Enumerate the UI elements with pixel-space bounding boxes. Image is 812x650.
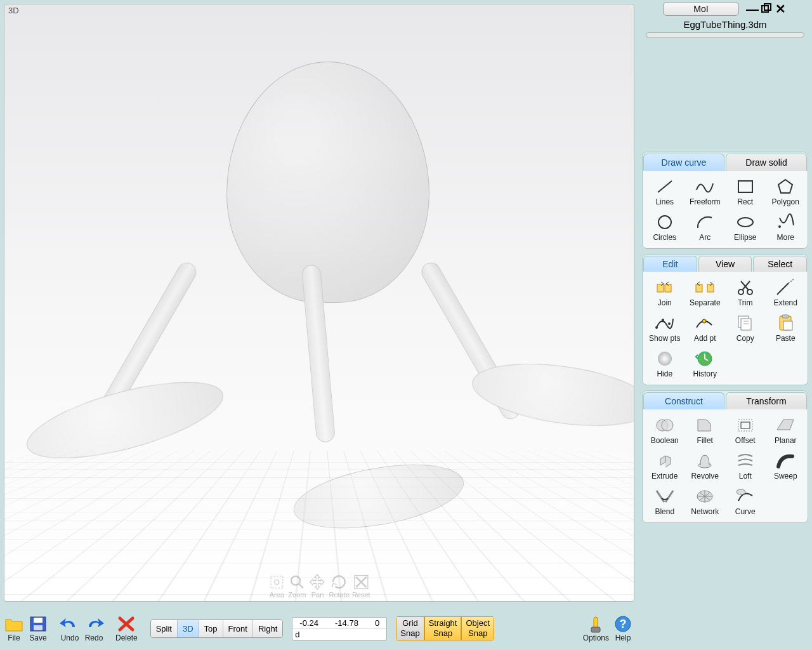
tool-planar[interactable]: Planar — [766, 413, 806, 448]
coordinate-readout: -0.24-14.780 d — [292, 617, 387, 640]
tab-edit[interactable]: Edit — [643, 256, 697, 272]
svg-rect-8 — [738, 181, 752, 192]
svg-line-3 — [299, 585, 303, 588]
svg-rect-44 — [34, 618, 43, 623]
viewtab-3d[interactable]: 3D — [178, 620, 199, 637]
snap-straight[interactable]: StraightSnap — [424, 616, 462, 640]
filename: EggTubeThing.3dm — [638, 18, 812, 31]
tool-separate[interactable]: Separate — [686, 275, 725, 310]
tab-construct[interactable]: Construct — [643, 392, 724, 409]
tool-paste[interactable]: Paste — [766, 311, 806, 345]
tool-freeform[interactable]: Freeform — [686, 175, 725, 209]
view-tabs: Split 3D Top Front Right — [150, 620, 284, 638]
close-icon[interactable]: ✕ — [773, 2, 787, 16]
minimize-icon[interactable]: — — [745, 2, 759, 16]
svg-point-24 — [662, 319, 664, 321]
tool-revolve[interactable]: Revolve — [686, 449, 725, 483]
file-button[interactable]: File — [4, 614, 24, 642]
tool-polygon[interactable]: Polygon — [766, 175, 806, 209]
tab-view[interactable]: View — [698, 256, 752, 272]
tool-extend[interactable]: Extend — [766, 275, 806, 310]
tool-lines[interactable]: Lines — [645, 175, 684, 209]
tool-fillet[interactable]: Fillet — [686, 413, 725, 448]
svg-rect-33 — [783, 321, 792, 330]
tool-ellipse[interactable]: Ellipse — [726, 210, 765, 244]
viewtab-right[interactable]: Right — [253, 620, 282, 637]
svg-text:?: ? — [620, 618, 627, 630]
svg-point-42 — [737, 489, 745, 494]
tool-extrude[interactable]: Extrude — [645, 449, 684, 483]
tab-select[interactable]: Select — [753, 256, 807, 272]
coord-x: -0.24 — [299, 618, 318, 628]
coord-z: 0 — [375, 618, 379, 628]
tool-history[interactable]: History — [686, 347, 725, 381]
svg-point-26 — [702, 319, 706, 323]
tool-blend[interactable]: Blend — [645, 484, 684, 519]
coord-y: -14.78 — [335, 618, 358, 628]
svg-line-22 — [789, 279, 794, 283]
tool-rect[interactable]: Rect — [726, 175, 765, 209]
svg-point-37 — [662, 420, 673, 431]
nav-reset[interactable]: Reset — [352, 573, 370, 599]
bottom-toolbar: File Save Undo Redo Delete Split 3D Top … — [0, 607, 637, 650]
svg-rect-39 — [741, 422, 750, 428]
tool-copy[interactable]: Copy — [726, 311, 765, 345]
tool-arc[interactable]: Arc — [686, 210, 725, 244]
tab-draw-solid[interactable]: Draw solid — [726, 154, 807, 171]
svg-point-11 — [738, 218, 753, 227]
titlebar: MoI — ✕ — [638, 0, 812, 18]
delete-button[interactable]: Delete — [115, 614, 138, 642]
tool-join[interactable]: Join — [645, 275, 684, 310]
tool-add-pt[interactable]: Add pt — [686, 311, 725, 345]
svg-rect-38 — [738, 420, 752, 431]
svg-point-25 — [668, 322, 671, 325]
nav-pan[interactable]: Pan — [308, 573, 326, 599]
nav-area[interactable]: Area — [268, 573, 285, 599]
tool-network[interactable]: Network — [686, 484, 725, 519]
tool-more[interactable]: More — [766, 210, 806, 244]
nav-rotate[interactable]: Rotate — [329, 573, 349, 599]
tab-transform[interactable]: Transform — [726, 392, 807, 409]
viewtab-front[interactable]: Front — [223, 620, 253, 637]
viewport-label: 3D — [8, 6, 19, 15]
svg-marker-9 — [778, 180, 792, 193]
tool-boolean[interactable]: Boolean — [645, 413, 684, 448]
svg-rect-47 — [591, 627, 600, 632]
snap-group: GridSnap StraightSnap ObjectSnap — [396, 616, 494, 640]
snap-grid[interactable]: GridSnap — [396, 616, 424, 640]
snap-object[interactable]: ObjectSnap — [461, 616, 494, 640]
save-button[interactable]: Save — [28, 614, 48, 642]
svg-line-7 — [658, 181, 672, 192]
redo-button[interactable]: Redo — [84, 614, 104, 642]
tool-loft[interactable]: Loft — [726, 449, 765, 483]
tool-show-pts[interactable]: Show pts — [645, 311, 684, 345]
svg-line-20 — [741, 281, 749, 290]
undo-button[interactable]: Undo — [60, 614, 80, 642]
tool-sweep[interactable]: Sweep — [766, 449, 806, 483]
viewtab-split[interactable]: Split — [151, 620, 178, 637]
viewport-nav-controls: Area Zoom Pan Rotate Reset — [268, 573, 370, 599]
viewport-3d[interactable]: 3D Area Zoom Pan Rotate Reset — [4, 4, 634, 602]
maximize-icon[interactable] — [759, 2, 773, 16]
nav-zoom[interactable]: Zoom — [288, 573, 306, 599]
options-button[interactable]: Options — [583, 614, 609, 642]
svg-rect-28 — [741, 319, 751, 330]
tool-hide[interactable]: Hide — [645, 347, 684, 381]
svg-point-12 — [778, 225, 781, 228]
tool-circles[interactable]: Circles — [645, 210, 684, 244]
svg-rect-13 — [657, 284, 664, 292]
tool-trim[interactable]: Trim — [726, 275, 765, 310]
svg-point-34 — [658, 352, 672, 366]
coord-d-label: d — [295, 630, 299, 639]
tab-draw-curve[interactable]: Draw curve — [643, 154, 724, 171]
tool-offset[interactable]: Offset — [726, 413, 765, 448]
viewtab-top[interactable]: Top — [199, 620, 223, 637]
help-button[interactable]: ?Help — [613, 614, 633, 642]
right-panel: MoI — ✕ EggTubeThing.3dm Draw curve Draw… — [638, 0, 812, 650]
svg-line-21 — [777, 283, 789, 295]
svg-point-10 — [658, 216, 671, 229]
tool-curve-construct[interactable]: Curve — [726, 484, 765, 519]
draw-panel: Draw curve Draw solid Lines Freeform Rec… — [642, 152, 808, 249]
progress-bar — [646, 32, 804, 37]
edit-panel: Edit View Select Join Separate Trim Exte… — [642, 254, 808, 385]
